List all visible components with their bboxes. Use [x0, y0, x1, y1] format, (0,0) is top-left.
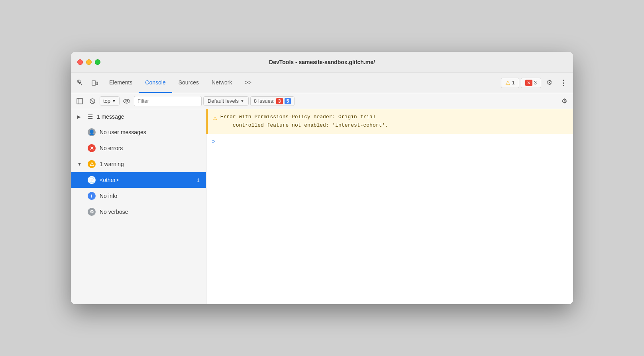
tab-more[interactable]: >> [238, 72, 257, 93]
expand-icon: ▶ [77, 114, 84, 119]
sidebar-item-other[interactable]: 📄 <other> 1 [71, 172, 206, 188]
error-icon: ✕ [88, 144, 96, 152]
sidebar-item-info[interactable]: i No info [71, 188, 206, 204]
issues-button[interactable]: 8 Issues: 3 5 [250, 96, 295, 106]
sidebar-toggle-icon[interactable] [74, 96, 85, 107]
error-icon: ✕ [525, 80, 532, 86]
context-label: top [103, 98, 110, 104]
expand-icon: ▼ [77, 162, 84, 166]
warnings-button[interactable]: ⚠ 1 [501, 78, 519, 88]
other-count: 1 [197, 177, 200, 183]
sidebar-item-errors[interactable]: ✕ No errors [71, 140, 206, 156]
warning-triangle-icon: ⚠ [213, 113, 217, 124]
traffic-lights [77, 59, 100, 65]
tab-bar: Elements Console Sources Network >> [103, 72, 258, 93]
svg-point-7 [124, 99, 130, 103]
tab-sources[interactable]: Sources [172, 72, 205, 93]
console-output-panel: ⚠ Error with Permissions-Policy header: … [206, 109, 573, 304]
warning-icon: ⚠ [505, 80, 510, 86]
window-title: DevTools - samesite-sandbox.glitch.me/ [269, 59, 375, 65]
toolbar-right: ⚠ 1 ✕ 3 ⚙ ⋮ [501, 76, 570, 89]
prompt-arrow-icon[interactable]: > [212, 138, 216, 145]
person-icon: 👤 [88, 128, 96, 136]
sidebar-label-user-messages: No user messages [100, 129, 146, 135]
log-levels-dropdown[interactable]: Default levels ▼ [203, 96, 249, 106]
sidebar-label-errors: No errors [100, 145, 123, 151]
sidebar-label-warnings: 1 warning [100, 161, 124, 167]
svg-rect-2 [96, 82, 98, 85]
issues-error-badge: 3 [276, 98, 283, 104]
errors-button[interactable]: ✕ 3 [521, 78, 541, 88]
file-icon: 📄 [88, 176, 96, 184]
chevron-down-icon: ▼ [112, 99, 116, 103]
more-options-icon[interactable]: ⋮ [557, 76, 570, 89]
device-toggle-icon[interactable] [88, 76, 101, 89]
console-prompt-line[interactable]: > [206, 134, 573, 149]
tab-network[interactable]: Network [205, 72, 238, 93]
warning-text: Error with Permissions-Policy header: Or… [220, 113, 388, 130]
sidebar-label-messages: 1 message [97, 113, 124, 120]
tab-elements[interactable]: Elements [103, 72, 139, 93]
console-sidebar: ▶ ☰ 1 message 👤 No user messages ✕ No er… [71, 109, 206, 304]
main-content: ▶ ☰ 1 message 👤 No user messages ✕ No er… [71, 109, 573, 304]
context-selector[interactable]: top ▼ [100, 96, 120, 106]
warnings-count: 1 [512, 80, 515, 86]
console-settings-icon[interactable]: ⚙ [559, 96, 570, 107]
errors-count: 3 [534, 80, 537, 86]
warning-icon: ⚠ [88, 160, 96, 168]
sidebar-label-verbose: No verbose [100, 209, 128, 215]
sidebar-item-warnings[interactable]: ▼ ⚠ 1 warning [71, 156, 206, 172]
svg-point-8 [126, 100, 128, 102]
tab-console[interactable]: Console [139, 72, 172, 93]
filter-input[interactable] [134, 96, 202, 106]
minimize-button[interactable] [86, 59, 92, 65]
log-levels-label: Default levels [208, 98, 239, 104]
devtools-window: DevTools - samesite-sandbox.glitch.me/ E… [71, 52, 573, 304]
titlebar: DevTools - samesite-sandbox.glitch.me/ [71, 52, 573, 72]
verbose-icon: ⚙ [88, 208, 96, 216]
settings-icon[interactable]: ⚙ [543, 76, 556, 89]
eye-icon[interactable] [121, 96, 132, 107]
svg-rect-1 [92, 81, 96, 85]
sidebar-label-other: <other> [100, 177, 119, 183]
sidebar-item-verbose[interactable]: ⚙ No verbose [71, 204, 206, 220]
close-button[interactable] [77, 59, 83, 65]
issues-info-badge: 5 [285, 98, 291, 104]
clear-console-icon[interactable] [87, 96, 98, 107]
chevron-down-icon: ▼ [240, 99, 244, 103]
inspect-icon[interactable] [74, 76, 87, 89]
warning-message: ⚠ Error with Permissions-Policy header: … [206, 109, 573, 134]
svg-line-6 [90, 99, 94, 103]
issues-label: 8 Issues: [254, 98, 275, 104]
maximize-button[interactable] [95, 59, 100, 65]
svg-rect-3 [77, 98, 82, 104]
main-toolbar: Elements Console Sources Network >> ⚠ 1 … [71, 72, 573, 93]
console-toolbar: top ▼ Default levels ▼ 8 Issues: 3 5 ⚙ [71, 93, 573, 109]
sidebar-item-user-messages[interactable]: 👤 No user messages [71, 124, 206, 140]
sidebar-label-info: No info [100, 193, 117, 199]
info-icon: i [88, 192, 96, 200]
list-icon: ☰ [88, 113, 93, 120]
sidebar-item-messages[interactable]: ▶ ☰ 1 message [71, 109, 206, 124]
